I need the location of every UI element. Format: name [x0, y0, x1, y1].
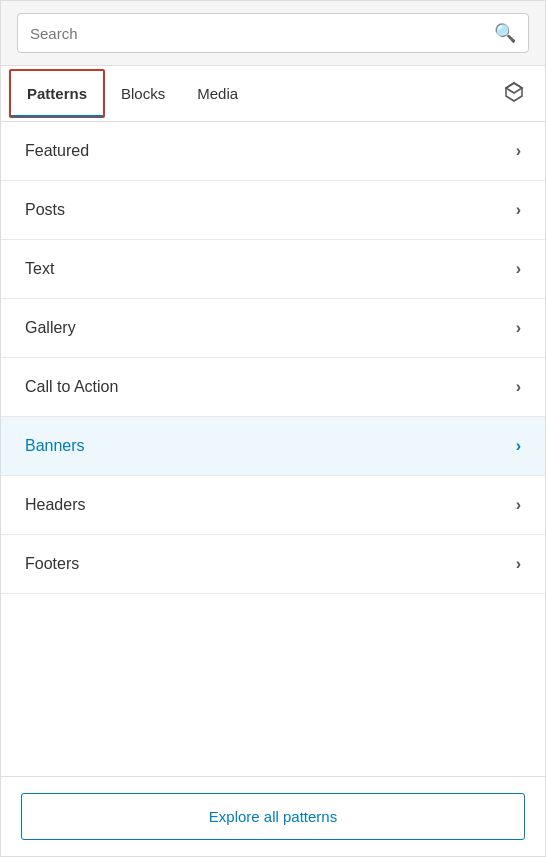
list-item-label: Call to Action [25, 378, 118, 396]
chevron-icon: › [516, 378, 521, 396]
list-item-posts[interactable]: Posts › [1, 181, 545, 240]
list-item-text[interactable]: Text › [1, 240, 545, 299]
explore-all-patterns-button[interactable]: Explore all patterns [21, 793, 525, 840]
chevron-icon: › [516, 437, 521, 455]
search-icon: 🔍 [494, 22, 516, 44]
list-item-label: Gallery [25, 319, 76, 337]
list-item-label: Banners [25, 437, 85, 455]
category-list: Featured › Posts › Text › Gallery › Call… [1, 122, 545, 776]
list-item-footers[interactable]: Footers › [1, 535, 545, 594]
chevron-icon: › [516, 201, 521, 219]
list-item-label: Footers [25, 555, 79, 573]
list-item-featured[interactable]: Featured › [1, 122, 545, 181]
tabs-bar: Patterns Blocks Media [1, 66, 545, 122]
search-input[interactable] [30, 25, 494, 42]
chevron-icon: › [516, 555, 521, 573]
chevron-icon: › [516, 142, 521, 160]
footer: Explore all patterns [1, 776, 545, 856]
svg-marker-1 [506, 83, 522, 93]
tab-blocks[interactable]: Blocks [105, 71, 181, 116]
chevron-icon: › [516, 260, 521, 278]
chevron-icon: › [516, 319, 521, 337]
search-bar: 🔍 [1, 1, 545, 66]
list-item-label: Posts [25, 201, 65, 219]
list-item-label: Headers [25, 496, 85, 514]
list-item-headers[interactable]: Headers › [1, 476, 545, 535]
tab-media[interactable]: Media [181, 71, 254, 116]
list-item-banners[interactable]: Banners › [1, 417, 545, 476]
panel: 🔍 Patterns Blocks Media Featured › Posts… [0, 0, 546, 857]
list-item-call-to-action[interactable]: Call to Action › [1, 358, 545, 417]
search-input-wrapper: 🔍 [17, 13, 529, 53]
list-item-label: Featured [25, 142, 89, 160]
list-item-label: Text [25, 260, 54, 278]
block-inserter-icon[interactable] [491, 66, 537, 121]
chevron-icon: › [516, 496, 521, 514]
tab-patterns[interactable]: Patterns [9, 69, 105, 118]
list-item-gallery[interactable]: Gallery › [1, 299, 545, 358]
